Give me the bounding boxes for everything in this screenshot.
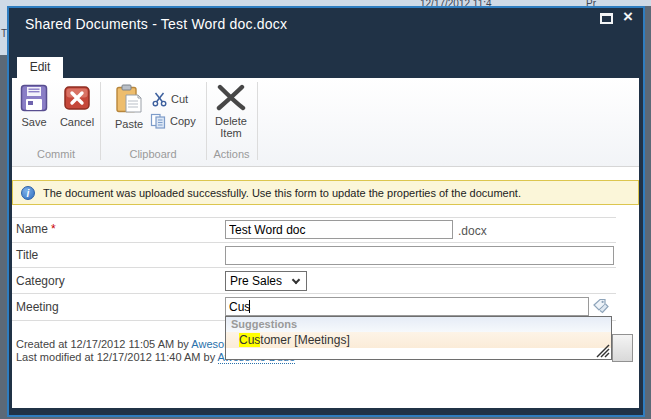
copy-label: Copy [170, 115, 196, 127]
cancel-icon [63, 84, 91, 112]
row-separator [12, 242, 616, 243]
suggestions-dropdown: Suggestions Customer [Meetings] [225, 316, 612, 360]
match-highlight: Cus [239, 333, 260, 347]
cut-label: Cut [171, 93, 188, 105]
delete-item-label: Delete Item [209, 115, 253, 139]
required-asterisk: * [51, 222, 56, 236]
save-floppy-icon [20, 84, 48, 112]
cut-scissors-icon [152, 92, 167, 107]
name-field-label: Name* [16, 222, 56, 236]
row-separator [12, 293, 616, 294]
title-input[interactable] [225, 246, 614, 265]
status-message-bar: i The document was uploaded successfully… [12, 180, 639, 205]
page-behind-left-strip: T [0, 0, 7, 55]
row-separator [12, 267, 616, 268]
paste-clipboard-icon [115, 84, 143, 114]
category-select[interactable]: Pre Sales [225, 271, 307, 291]
ribbon-group-divider [257, 82, 258, 160]
cancel-label: Cancel [55, 116, 99, 128]
info-icon: i [21, 186, 35, 200]
name-input[interactable] [225, 220, 453, 239]
group-label-actions: Actions [206, 148, 257, 160]
file-extension-label: .docx [458, 224, 487, 238]
dialog-title: Shared Documents - Test Word doc.docx [25, 16, 287, 32]
copy-button[interactable]: Copy [150, 113, 196, 129]
tab-edit[interactable]: Edit [17, 57, 63, 78]
row-separator [12, 217, 616, 218]
close-icon[interactable]: × [620, 7, 636, 27]
status-message: The document was uploaded successfully. … [43, 187, 521, 199]
paste-button[interactable]: Paste [106, 84, 152, 146]
meeting-field-label: Meeting [16, 300, 59, 314]
group-label-commit: Commit [12, 148, 100, 160]
suggestion-item-customer[interactable]: Customer [Meetings] [226, 332, 611, 348]
copy-documents-icon [150, 113, 166, 129]
category-field-label: Category [16, 274, 65, 288]
meeting-input[interactable] [225, 297, 589, 316]
suggestions-body [226, 348, 611, 359]
category-selected-value: Pre Sales [230, 274, 282, 288]
save-label: Save [15, 116, 53, 128]
text-cursor [249, 300, 250, 313]
suggestions-header: Suggestions [226, 317, 611, 332]
cancel-button[interactable]: Cancel [55, 84, 99, 146]
delete-x-icon [215, 84, 247, 111]
save-button[interactable]: Save [15, 84, 53, 146]
paste-label: Paste [106, 118, 152, 130]
title-field-label: Title [16, 248, 38, 262]
delete-item-button[interactable]: Delete Item [209, 84, 253, 146]
resize-grip-icon[interactable] [595, 343, 610, 358]
tags-icon[interactable] [592, 298, 610, 318]
chevron-down-icon [292, 276, 300, 284]
cut-button[interactable]: Cut [152, 91, 188, 107]
form-button-partial[interactable] [612, 334, 633, 362]
maximize-icon[interactable] [600, 13, 613, 24]
group-label-clipboard: Clipboard [100, 148, 206, 160]
